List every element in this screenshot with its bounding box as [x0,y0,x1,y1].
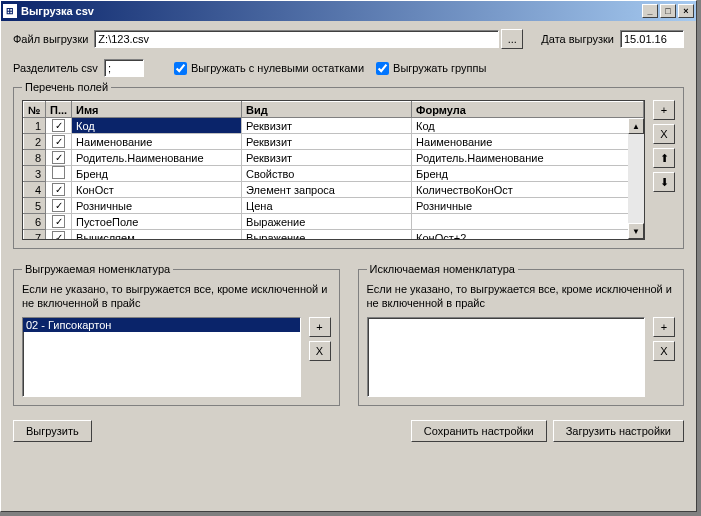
move-down-button[interactable]: ⬇ [653,172,675,192]
window-controls: _ □ × [642,4,694,18]
row-formula[interactable]: Родитель.Наименование [412,150,644,166]
col-kind[interactable]: Вид [242,102,412,118]
row-name[interactable]: Бренд [72,166,242,182]
content-area: Файл выгрузки ... Дата выгрузки Разделит… [1,21,696,450]
table-row[interactable]: 8✓Родитель.НаименованиеРеквизитРодитель.… [24,150,644,166]
row-enabled[interactable]: ✓ [46,198,72,214]
row-name[interactable]: КонОст [72,182,242,198]
file-label: Файл выгрузки [13,33,88,45]
scroll-up-icon[interactable]: ▲ [628,118,644,134]
row-name[interactable]: Код [72,118,242,134]
scroll-down-icon[interactable]: ▼ [628,223,644,239]
row-kind[interactable]: Реквизит [242,118,412,134]
exclude-listbox[interactable] [367,317,646,397]
include-hint: Если не указано, то выгружается все, кро… [22,282,331,311]
row-formula[interactable]: Наименование [412,134,644,150]
include-remove-button[interactable]: X [309,341,331,361]
fields-groupbox: № П... Имя Вид Формула 1✓КодРеквизитКод2… [13,87,684,249]
row-num: 8 [24,150,46,166]
row-num: 1 [24,118,46,134]
row-num: 5 [24,198,46,214]
table-row[interactable]: 4✓КонОстЭлемент запросаКоличествоКонОст [24,182,644,198]
col-name[interactable]: Имя [72,102,242,118]
table-row[interactable]: 2✓НаименованиеРеквизитНаименование [24,134,644,150]
row-num: 4 [24,182,46,198]
load-settings-button[interactable]: Загрузить настройки [553,420,684,442]
include-groupbox: Если не указано, то выгружается все, кро… [13,269,340,406]
include-add-button[interactable]: + [309,317,331,337]
row-name[interactable]: Наименование [72,134,242,150]
delimiter-label: Разделитель csv [13,62,98,74]
add-field-button[interactable]: + [653,100,675,120]
row-enabled[interactable]: ✓ [46,134,72,150]
table-row[interactable]: 7✓ВычисляемВыражениеКонОст+2 [24,230,644,241]
row-num: 2 [24,134,46,150]
title-bar: ⊞ Выгрузка csv _ □ × [1,1,696,21]
row-formula[interactable]: КоличествоКонОст [412,182,644,198]
minimize-button[interactable]: _ [642,4,658,18]
row-name[interactable]: Вычисляем [72,230,242,241]
zero-balance-checkbox[interactable]: Выгружать с нулевыми остатками [174,62,364,75]
fields-table[interactable]: № П... Имя Вид Формула 1✓КодРеквизитКод2… [22,100,645,240]
zero-balance-label: Выгружать с нулевыми остатками [191,62,364,74]
include-listbox[interactable]: 02 - Гипсокартон [22,317,301,397]
row-kind[interactable]: Элемент запроса [242,182,412,198]
row-name[interactable]: Розничные [72,198,242,214]
row-enabled[interactable]: ✓ [46,214,72,230]
row-formula[interactable]: Бренд [412,166,644,182]
row-kind[interactable]: Цена [242,198,412,214]
date-label: Дата выгрузки [541,33,614,45]
exclude-hint: Если не указано, то выгружается все, кро… [367,282,676,311]
file-path-input[interactable] [94,30,499,48]
list-item[interactable]: 02 - Гипсокартон [23,318,300,332]
row-name[interactable]: Родитель.Наименование [72,150,242,166]
col-formula[interactable]: Формула [412,102,644,118]
groups-label: Выгружать группы [393,62,486,74]
table-scrollbar[interactable]: ▲ ▼ [628,118,644,239]
delimiter-input[interactable] [104,59,144,77]
window-title: Выгрузка csv [21,5,642,17]
row-num: 7 [24,230,46,241]
row-enabled[interactable] [46,166,72,182]
row-num: 6 [24,214,46,230]
main-window: ⊞ Выгрузка csv _ □ × Файл выгрузки ... Д… [0,0,697,512]
table-row[interactable]: 6✓ПустоеПолеВыражение [24,214,644,230]
app-icon: ⊞ [3,4,17,18]
browse-button[interactable]: ... [501,29,523,49]
date-input[interactable] [620,30,684,48]
row-enabled[interactable]: ✓ [46,150,72,166]
row-num: 3 [24,166,46,182]
row-formula[interactable]: Код [412,118,644,134]
exclude-remove-button[interactable]: X [653,341,675,361]
row-formula[interactable]: КонОст+2 [412,230,644,241]
row-enabled[interactable]: ✓ [46,118,72,134]
exclude-add-button[interactable]: + [653,317,675,337]
remove-field-button[interactable]: X [653,124,675,144]
row-kind[interactable]: Реквизит [242,150,412,166]
row-kind[interactable]: Выражение [242,214,412,230]
col-num[interactable]: № [24,102,46,118]
move-up-button[interactable]: ⬆ [653,148,675,168]
export-button[interactable]: Выгрузить [13,420,92,442]
col-enabled[interactable]: П... [46,102,72,118]
row-kind[interactable]: Свойство [242,166,412,182]
maximize-button[interactable]: □ [660,4,676,18]
exclude-groupbox: Если не указано, то выгружается все, кро… [358,269,685,406]
row-formula[interactable] [412,214,644,230]
row-kind[interactable]: Выражение [242,230,412,241]
close-button[interactable]: × [678,4,694,18]
table-row[interactable]: 5✓РозничныеЦенаРозничные [24,198,644,214]
row-kind[interactable]: Реквизит [242,134,412,150]
save-settings-button[interactable]: Сохранить настройки [411,420,547,442]
row-name[interactable]: ПустоеПоле [72,214,242,230]
row-enabled[interactable]: ✓ [46,182,72,198]
table-row[interactable]: 1✓КодРеквизитКод [24,118,644,134]
row-formula[interactable]: Розничные [412,198,644,214]
row-enabled[interactable]: ✓ [46,230,72,241]
table-row[interactable]: 3БрендСвойствоБренд [24,166,644,182]
groups-checkbox[interactable]: Выгружать группы [376,62,486,75]
